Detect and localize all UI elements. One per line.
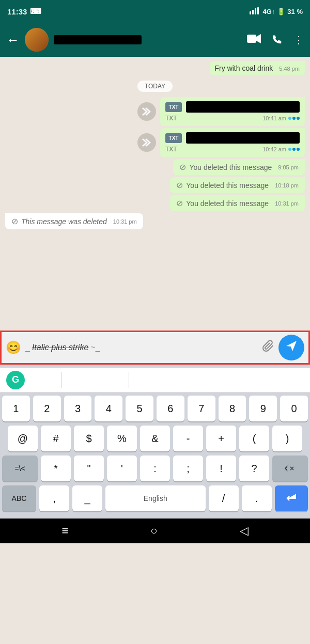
svg-rect-2: [255, 8, 256, 14]
key-delete[interactable]: [272, 455, 308, 481]
send-icon: [285, 340, 298, 355]
key-at[interactable]: @: [8, 426, 38, 451]
key-space[interactable]: English: [105, 485, 206, 511]
key-slash[interactable]: /: [209, 485, 239, 511]
file-bubble-2[interactable]: TXT TXT 10:42 am: [160, 128, 305, 157]
message-input-display[interactable]: _ Italic plus strike ~_: [25, 343, 258, 352]
key-enter[interactable]: [275, 485, 308, 511]
key-dollar[interactable]: $: [74, 426, 104, 451]
keyboard-icon: ⌨: [30, 7, 41, 16]
old-msg-time: 5:48 pm: [279, 66, 300, 72]
key-7[interactable]: 7: [188, 396, 215, 421]
battery-level: 31 %: [287, 8, 303, 15]
svg-rect-1: [252, 10, 254, 14]
nav-bar: ≡ ○ ◁: [0, 519, 310, 543]
key-ampersand[interactable]: &: [140, 426, 170, 451]
deleted-msg-3: ⊘ You deleted this message 10:31 pm: [170, 195, 305, 211]
deleted-msg-2: ⊘ You deleted this message 10:18 pm: [170, 177, 305, 193]
chat-header: ← ⋮: [0, 23, 310, 57]
key-semicolon[interactable]: ;: [173, 455, 203, 481]
deleted-msg-received: ⊘ This message was deleted 10:31 pm: [5, 213, 143, 229]
more-options-icon[interactable]: ⋮: [293, 34, 304, 46]
key-6[interactable]: 6: [157, 396, 184, 421]
deleted-icon-1: ⊘: [179, 162, 186, 172]
key-plus[interactable]: +: [206, 426, 236, 451]
deleted-msg-1: ⊘ You deleted this message 9:05 pm: [173, 159, 305, 175]
key-5[interactable]: 5: [126, 396, 153, 421]
divider-1: [61, 372, 61, 388]
key-8[interactable]: 8: [219, 396, 246, 421]
key-9[interactable]: 9: [249, 396, 277, 421]
forward-icon-1[interactable]: [137, 102, 156, 121]
key-0[interactable]: 0: [280, 396, 308, 421]
file-message-1: TXT TXT 10:41 am: [137, 97, 305, 126]
key-abc[interactable]: ABC: [2, 485, 36, 511]
svg-rect-3: [257, 7, 259, 14]
header-action-icons: ⋮: [247, 33, 304, 47]
emoji-button[interactable]: 😊: [6, 340, 21, 355]
nav-home-icon[interactable]: ○: [150, 524, 157, 538]
file-meta-2: TXT 10:42 am: [165, 146, 300, 153]
key-quote[interactable]: ": [74, 455, 104, 481]
deleted-icon-3: ⊘: [176, 198, 183, 208]
old-msg-text: Fry with coal drink: [215, 64, 273, 72]
voice-call-icon[interactable]: [272, 33, 283, 47]
key-comma[interactable]: ,: [39, 485, 69, 511]
deleted-icon-2: ⊘: [176, 180, 183, 190]
keyboard: G 1 2 3 4 5 6 7 8 9 0 @ # $ % & - + (: [0, 365, 310, 519]
key-minus[interactable]: -: [173, 426, 203, 451]
key-colon[interactable]: :: [140, 455, 170, 481]
back-button[interactable]: ←: [6, 32, 20, 48]
number-row: 1 2 3 4 5 6 7 8 9 0: [2, 396, 308, 421]
video-call-icon[interactable]: [247, 34, 261, 46]
key-apostrophe[interactable]: ': [107, 455, 137, 481]
old-message: Fry with coal drink 5:48 pm: [210, 61, 305, 75]
nav-menu-icon[interactable]: ≡: [61, 524, 68, 538]
key-asterisk[interactable]: *: [41, 455, 71, 481]
send-button[interactable]: [278, 335, 304, 360]
grammarly-icon[interactable]: G: [6, 371, 25, 389]
file-meta-1: TXT 10:41 am: [165, 115, 300, 122]
key-3[interactable]: 3: [64, 396, 92, 421]
key-2[interactable]: 2: [33, 396, 61, 421]
key-close-paren[interactable]: ): [272, 426, 302, 451]
divider-2: [129, 372, 129, 388]
date-badge: TODAY: [137, 81, 173, 92]
deleted-icon-received: ⊘: [11, 216, 18, 226]
file-name-bar-2: [186, 132, 300, 144]
grammarly-bar: G: [0, 368, 310, 392]
contact-name[interactable]: [54, 35, 242, 44]
network-type: 4G↑: [263, 8, 275, 15]
battery-icon: 🔋: [277, 8, 285, 15]
symbol-row-2: =\< * " ' : ; ! ?: [2, 455, 308, 481]
key-hash[interactable]: #: [41, 426, 71, 451]
input-italic-text: Italic plus strike: [32, 343, 88, 352]
nav-back-icon[interactable]: ◁: [240, 524, 249, 538]
key-question[interactable]: ?: [239, 455, 269, 481]
message-input-bar: 😊 _ Italic plus strike ~_: [0, 331, 310, 365]
file-message-2: TXT TXT 10:42 am: [137, 128, 305, 157]
keyboard-rows: 1 2 3 4 5 6 7 8 9 0 @ # $ % & - + ( ) =\…: [0, 392, 310, 519]
key-4[interactable]: 4: [95, 396, 122, 421]
svg-rect-4: [247, 35, 256, 43]
symbol-row-1: @ # $ % & - + ( ): [2, 426, 308, 451]
key-underscore[interactable]: _: [72, 485, 102, 511]
attach-button[interactable]: [262, 340, 274, 355]
txt-icon-1: TXT: [165, 102, 182, 112]
key-1[interactable]: 1: [2, 396, 30, 421]
key-percent[interactable]: %: [107, 426, 137, 451]
file-name-bar-1: [186, 101, 300, 113]
time-display: 11:33: [7, 7, 27, 16]
status-time: 11:33 ⌨: [7, 7, 41, 16]
forward-icon-2[interactable]: [137, 133, 156, 152]
contact-avatar[interactable]: [25, 28, 49, 52]
key-special-left[interactable]: =\<: [2, 455, 38, 481]
key-exclaim[interactable]: !: [206, 455, 236, 481]
svg-marker-5: [256, 34, 261, 43]
key-open-paren[interactable]: (: [239, 426, 269, 451]
status-bar: 11:33 ⌨ 4G↑ 🔋 31 %: [0, 0, 310, 23]
file-bubble-1[interactable]: TXT TXT 10:41 am: [160, 97, 305, 126]
chat-messages: Fry with coal drink 5:48 pm TODAY TXT TX…: [0, 57, 310, 331]
txt-icon-2: TXT: [165, 133, 182, 143]
key-dot[interactable]: .: [242, 485, 272, 511]
